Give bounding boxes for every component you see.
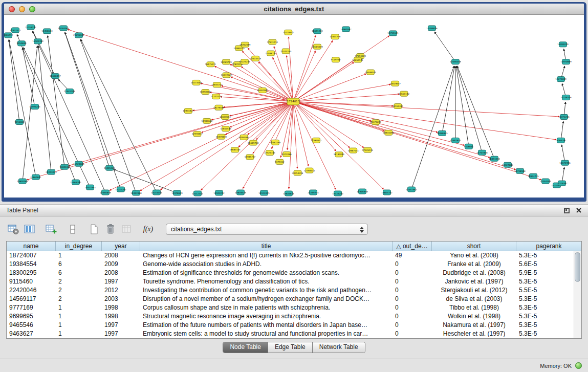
graph-node[interactable]: 17056458 bbox=[450, 59, 461, 64]
table-row[interactable]: 1938455462009Genome-wide association stu… bbox=[7, 260, 581, 269]
graph-node[interactable]: 12941193 bbox=[64, 89, 75, 94]
graph-node[interactable]: 17692810 bbox=[450, 138, 461, 143]
column-header-short[interactable]: short bbox=[432, 242, 516, 251]
graph-node[interactable]: 18474358 bbox=[489, 156, 500, 161]
graph-node[interactable]: 16668497 bbox=[50, 74, 61, 79]
graph-node[interactable]: 14960087 bbox=[340, 27, 352, 32]
graph-edge[interactable] bbox=[293, 94, 399, 102]
network-canvas[interactable]: 1724013151799521311501917844716171931891… bbox=[4, 15, 584, 197]
table-row[interactable]: 1456911722003Disruption of a novel membe… bbox=[7, 295, 581, 303]
graph-node[interactable]: 13269719 bbox=[221, 59, 232, 64]
graph-edge[interactable] bbox=[293, 84, 390, 102]
graph-edge[interactable] bbox=[140, 102, 293, 191]
table-cell[interactable]: 5.3E-5 bbox=[516, 303, 581, 312]
graph-node[interactable]: 13068855 bbox=[437, 130, 448, 136]
graph-edge[interactable] bbox=[293, 102, 336, 189]
graph-node[interactable]: 12798414 bbox=[304, 168, 315, 173]
table-cell[interactable]: Hescheler et al. (1997) bbox=[432, 330, 516, 338]
close-panel-icon[interactable] bbox=[576, 207, 582, 213]
graph-node[interactable]: 13711641 bbox=[387, 31, 399, 36]
graph-edge[interactable] bbox=[411, 66, 454, 189]
show-selected-icon[interactable] bbox=[44, 223, 58, 236]
graph-edge[interactable] bbox=[38, 46, 51, 172]
graph-node[interactable]: 15179952 bbox=[283, 30, 294, 35]
column-header-year[interactable]: year bbox=[102, 242, 140, 251]
table-cell[interactable]: Estimation of the future numbers of pati… bbox=[140, 321, 393, 330]
graph-edge[interactable] bbox=[65, 32, 110, 168]
graph-node[interactable]: 19194063 bbox=[58, 26, 69, 31]
table-cell[interactable]: 5.3E-5 bbox=[516, 277, 581, 286]
graph-node[interactable]: 17844716 bbox=[330, 34, 341, 39]
table-cell[interactable]: Yano et al. (2008) bbox=[432, 251, 516, 260]
table-cell[interactable]: 18724007 bbox=[7, 251, 56, 260]
table-cell[interactable]: 9463627 bbox=[7, 330, 56, 338]
table-cell[interactable]: 2012 bbox=[102, 286, 140, 295]
graph-edge[interactable] bbox=[293, 102, 438, 133]
graph-node[interactable]: 16094079 bbox=[557, 42, 569, 47]
graph-edge[interactable] bbox=[23, 48, 35, 107]
table-cell[interactable]: 0 bbox=[393, 286, 432, 295]
table-cell[interactable]: 5.3E-5 bbox=[516, 330, 581, 338]
graph-node[interactable]: 11671996 bbox=[559, 160, 571, 165]
graph-node[interactable]: 14630684 bbox=[220, 114, 231, 119]
table-cell[interactable]: Stergiakouli et al. (2012) bbox=[432, 286, 516, 295]
graph-node[interactable]: 12967141 bbox=[348, 148, 359, 153]
network-table-selector[interactable]: citations_edges.txt bbox=[166, 224, 368, 235]
graph-node[interactable]: 9386792 bbox=[4, 33, 13, 38]
graph-node[interactable]: 22443250 bbox=[280, 49, 292, 54]
graph-node[interactable]: 12159132 bbox=[25, 25, 36, 30]
table-cell[interactable]: 2 bbox=[56, 286, 102, 295]
graph-node[interactable]: 12970817 bbox=[192, 132, 203, 137]
table-cell[interactable]: 6 bbox=[56, 269, 102, 277]
graph-node[interactable]: 11923322 bbox=[10, 28, 21, 33]
column-header-title[interactable]: title bbox=[140, 242, 393, 251]
graph-node[interactable]: 18244044 bbox=[151, 190, 162, 195]
graph-node[interactable]: 11985707 bbox=[245, 155, 256, 160]
graph-node[interactable]: 11595244 bbox=[29, 104, 40, 110]
table-cell[interactable]: Changes of HCN gene expression and I(f) … bbox=[140, 251, 393, 260]
table-cell[interactable]: Corpus callosum shape and size in male p… bbox=[140, 303, 393, 312]
graph-node[interactable]: 14552481 bbox=[393, 103, 404, 108]
graph-node[interactable]: 12749397 bbox=[556, 181, 568, 186]
graph-node[interactable]: 14738948 bbox=[514, 168, 526, 173]
table-cell[interactable]: Dudbridge et al. (2008) bbox=[432, 269, 516, 277]
window-titlebar[interactable]: citations_edges.txt bbox=[4, 4, 584, 15]
graph-node[interactable]: 9372066 bbox=[282, 151, 292, 157]
graph-node[interactable]: 20754418 bbox=[292, 170, 303, 176]
graph-node[interactable]: 13102272 bbox=[213, 190, 225, 195]
graph-node[interactable]: 18687105 bbox=[229, 147, 241, 152]
table-cell[interactable]: 0 bbox=[393, 321, 432, 330]
graph-node[interactable]: 13607742 bbox=[381, 190, 393, 195]
graph-node[interactable]: 22054394 bbox=[540, 179, 551, 184]
graph-edge[interactable] bbox=[434, 32, 455, 61]
graph-node[interactable]: 16950682 bbox=[200, 90, 211, 95]
delete-table-icon[interactable] bbox=[103, 223, 117, 236]
table-cell[interactable]: Tourette syndrome. Phenomenology and cla… bbox=[140, 277, 393, 286]
graph-edge[interactable] bbox=[274, 47, 293, 102]
graph-edge[interactable] bbox=[293, 102, 384, 189]
table-cell[interactable]: 5.3E-5 bbox=[516, 321, 581, 330]
graph-node[interactable]: 17588611 bbox=[311, 138, 322, 143]
graph-node[interactable]: 18183095 bbox=[334, 152, 345, 157]
graph-node[interactable]: 10924705 bbox=[528, 173, 539, 179]
tab-network-table[interactable]: Network Table bbox=[313, 342, 365, 353]
import-table-icon[interactable] bbox=[120, 223, 134, 236]
graph-edge[interactable] bbox=[23, 46, 37, 181]
graph-node[interactable]: 11984668 bbox=[202, 118, 213, 123]
graph-node[interactable]: 22690849 bbox=[100, 190, 111, 195]
graph-node[interactable]: 10945095 bbox=[383, 130, 395, 135]
graph-node[interactable]: 11072216 bbox=[558, 114, 570, 119]
table-cell[interactable]: 2003 bbox=[102, 295, 140, 303]
table-cell[interactable]: 1997 bbox=[102, 321, 140, 330]
graph-node[interactable]: 19800064 bbox=[17, 179, 28, 184]
graph-node[interactable]: 15597082 bbox=[257, 88, 268, 93]
graph-edge[interactable] bbox=[293, 102, 364, 148]
graph-edge[interactable] bbox=[456, 67, 469, 147]
graph-node[interactable]: 17631714 bbox=[267, 39, 278, 45]
graph-node[interactable]: 20860841 bbox=[30, 174, 41, 180]
table-cell[interactable]: de Silva et al. (2003) bbox=[432, 295, 516, 303]
zoom-window-button[interactable] bbox=[29, 6, 35, 12]
table-cell[interactable]: 19384554 bbox=[7, 260, 56, 269]
float-panel-icon[interactable] bbox=[564, 208, 570, 213]
table-cell[interactable]: 1998 bbox=[102, 303, 140, 312]
